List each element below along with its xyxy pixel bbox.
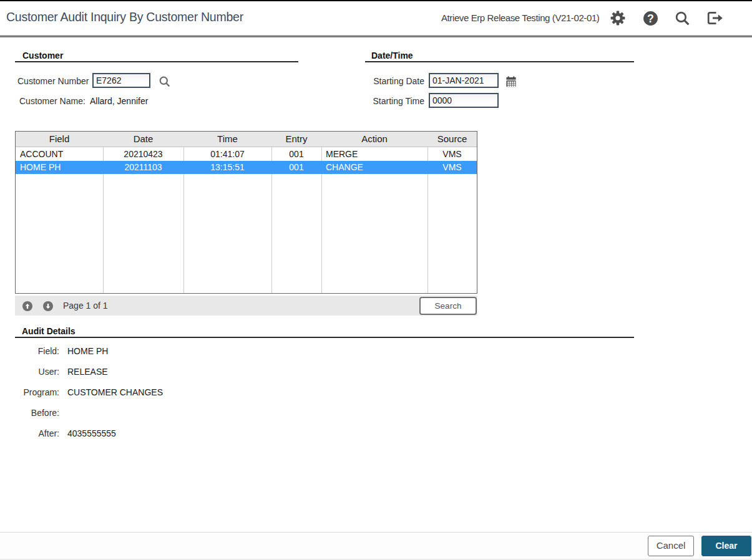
svg-text:?: ? [647,12,654,25]
